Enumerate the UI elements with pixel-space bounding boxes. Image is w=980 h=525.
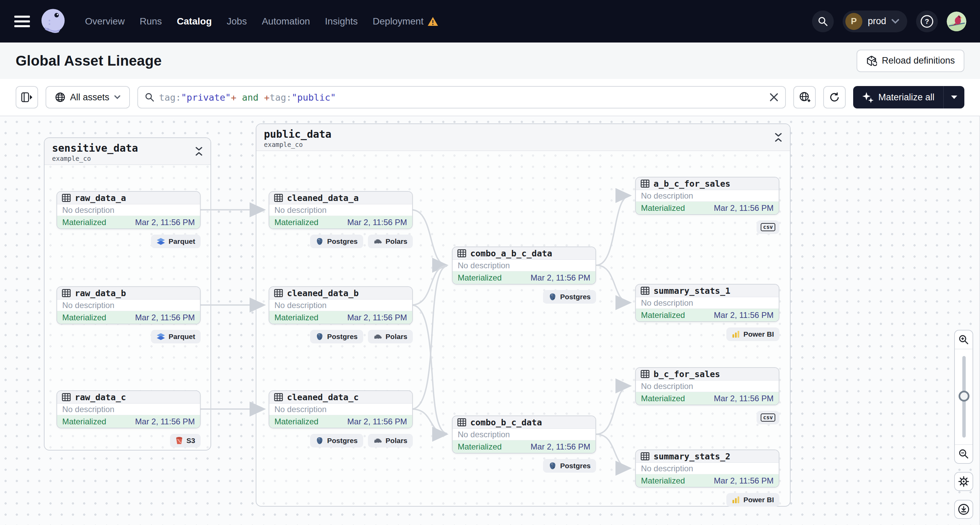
- asset-status-time: Mar 2, 11:56 PM: [714, 394, 773, 403]
- asset-node-cleaned-data-b[interactable]: cleaned_data_b No description Materializ…: [269, 286, 413, 325]
- postgres-icon: [315, 237, 324, 245]
- asset-node-cleaned-data-c[interactable]: cleaned_data_c No description Materializ…: [269, 390, 413, 428]
- zoom-controls: [954, 330, 973, 464]
- global-search-button[interactable]: [812, 11, 834, 32]
- search-icon: [145, 92, 154, 102]
- reload-definitions-button[interactable]: Reload definitions: [857, 49, 964, 72]
- asset-scope-filter[interactable]: All assets: [46, 86, 130, 108]
- nav-item-automation[interactable]: Automation: [262, 16, 310, 27]
- tag-csv[interactable]: csv: [757, 411, 780, 424]
- asset-node-combo-b-c-data[interactable]: combo_b_c_data No description Materializ…: [452, 415, 596, 453]
- collapse-group-icon[interactable]: [774, 132, 783, 142]
- group-title: public_data: [264, 128, 783, 140]
- reload-definitions-icon: [866, 56, 877, 66]
- help-icon: ?: [920, 14, 934, 28]
- group-repository: example_co: [264, 141, 783, 148]
- chevron-down-icon: [892, 19, 899, 24]
- tag-postgres[interactable]: Postgres: [543, 290, 596, 304]
- tag-postgres[interactable]: Postgres: [543, 459, 596, 473]
- postgres-icon: [549, 462, 557, 470]
- user-avatar[interactable]: [947, 11, 966, 31]
- group-header[interactable]: public_data example_co: [256, 124, 790, 151]
- environment-name: prod: [868, 16, 886, 27]
- tag-postgres[interactable]: Postgres: [310, 235, 363, 248]
- asset-node-cleaned-data-a[interactable]: cleaned_data_a No description Materializ…: [269, 191, 413, 229]
- polars-icon: [373, 238, 382, 245]
- asset-node-summary-stats-1[interactable]: summary_stats_1 No description Materiali…: [635, 284, 780, 322]
- lineage-graph-canvas[interactable]: sensitive_data example_co public_data ex…: [0, 116, 980, 525]
- csv-file-icon: csv: [760, 223, 775, 231]
- asset-node-a-b-c-for-sales[interactable]: a_b_c_for_sales No description Materiali…: [635, 177, 780, 215]
- tag-csv[interactable]: csv: [757, 220, 780, 234]
- zoom-in-button[interactable]: [955, 331, 972, 349]
- warning-icon: [428, 16, 438, 27]
- asset-node-b-c-for-sales[interactable]: b_c_for_sales No description Materialize…: [635, 367, 780, 405]
- group-title: sensitive_data: [52, 142, 203, 154]
- asset-node-raw-data-a[interactable]: raw_data_a No description Materialized M…: [56, 191, 200, 229]
- asset-node-raw-data-b[interactable]: raw_data_b No description Materialized M…: [56, 286, 200, 325]
- nav-item-catalog[interactable]: Catalog: [177, 16, 212, 27]
- asset-status-time: Mar 2, 11:56 PM: [347, 313, 407, 322]
- asset-status-time: Mar 2, 11:56 PM: [135, 313, 195, 322]
- graph-settings-button[interactable]: [954, 472, 973, 491]
- tag-polars[interactable]: Polars: [368, 330, 413, 344]
- download-image-button[interactable]: [954, 500, 973, 519]
- asset-status: Materialized: [274, 417, 318, 426]
- dagster-logo-icon[interactable]: [39, 7, 67, 36]
- asset-status-time: Mar 2, 11:56 PM: [714, 476, 773, 485]
- asset-node-summary-stats-2[interactable]: summary_stats_2 No description Materiali…: [635, 450, 780, 488]
- asset-node-combo-a-b-c-data[interactable]: combo_a_b_c_data No description Material…: [452, 247, 596, 285]
- zoom-slider-thumb[interactable]: [959, 391, 969, 402]
- filter-to-group-button[interactable]: [793, 86, 816, 108]
- refresh-icon: [829, 92, 840, 103]
- search-query: tag:"private"+ and +tag:"public": [159, 92, 765, 103]
- asset-search-input[interactable]: tag:"private"+ and +tag:"public": [137, 86, 786, 108]
- nav-item-overview[interactable]: Overview: [85, 16, 125, 27]
- tag-parquet[interactable]: Parquet: [151, 330, 200, 344]
- tag-postgres[interactable]: Postgres: [310, 330, 363, 344]
- materialize-all-button[interactable]: Materialize all: [853, 86, 964, 108]
- globe-plus-icon: [799, 91, 810, 103]
- zoom-slider[interactable]: [955, 349, 972, 445]
- tag-polars[interactable]: Polars: [368, 434, 413, 447]
- nav-item-runs[interactable]: Runs: [140, 16, 162, 27]
- toggle-sidebar-button[interactable]: [16, 86, 38, 108]
- asset-node-raw-data-c[interactable]: raw_data_c No description Materialized M…: [56, 390, 200, 428]
- nav-item-jobs[interactable]: Jobs: [227, 16, 247, 27]
- table-icon: [274, 289, 283, 297]
- refresh-button[interactable]: [823, 86, 846, 108]
- asset-name: raw_data_a: [75, 193, 126, 203]
- environment-initial: P: [845, 13, 862, 30]
- tag-polars[interactable]: Polars: [368, 235, 413, 248]
- parquet-icon: [156, 238, 165, 245]
- environment-switcher[interactable]: P prod: [843, 11, 907, 32]
- top-nav: Overview Runs Catalog Jobs Automation In…: [0, 0, 980, 43]
- nav-item-deployment[interactable]: Deployment: [373, 16, 438, 27]
- powerbi-icon: [732, 496, 740, 504]
- asset-description: No description: [453, 260, 595, 271]
- gear-icon: [958, 476, 969, 487]
- collapse-group-icon[interactable]: [195, 146, 203, 156]
- materialize-options-button[interactable]: [943, 86, 964, 108]
- help-button[interactable]: ?: [916, 11, 938, 32]
- tag-s3[interactable]: S3: [170, 434, 200, 447]
- table-icon: [457, 249, 466, 258]
- polars-icon: [373, 333, 382, 340]
- zoom-out-button[interactable]: [955, 445, 972, 463]
- asset-description: No description: [57, 299, 200, 311]
- tag-parquet[interactable]: Parquet: [151, 235, 200, 248]
- tag-postgres[interactable]: Postgres: [310, 434, 363, 447]
- nav-item-insights[interactable]: Insights: [325, 16, 358, 27]
- table-icon: [641, 286, 649, 295]
- menu-icon[interactable]: [14, 16, 30, 27]
- asset-name: combo_a_b_c_data: [470, 248, 552, 258]
- tag-power-bi[interactable]: Power BI: [726, 328, 780, 341]
- asset-status: Materialized: [62, 417, 106, 426]
- clear-search-icon[interactable]: [770, 93, 778, 102]
- asset-status: Materialized: [62, 313, 106, 322]
- group-header[interactable]: sensitive_data example_co: [45, 138, 210, 165]
- s3-bucket-icon: [175, 437, 183, 445]
- tag-power-bi[interactable]: Power BI: [726, 493, 780, 507]
- sparkles-icon: [862, 91, 873, 103]
- table-icon: [274, 393, 283, 401]
